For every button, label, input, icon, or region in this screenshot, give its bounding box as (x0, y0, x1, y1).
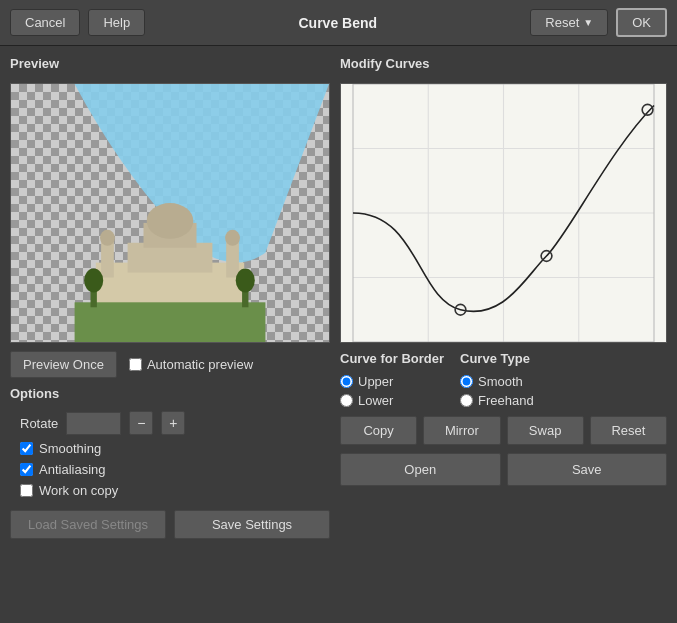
svg-rect-8 (75, 302, 266, 342)
smooth-label: Smooth (478, 374, 523, 389)
smoothing-row[interactable]: Smoothing (10, 441, 330, 456)
rotate-increment-button[interactable]: + (161, 411, 185, 435)
mirror-button[interactable]: Mirror (423, 416, 500, 445)
chevron-down-icon: ▼ (583, 17, 593, 28)
freehand-radio[interactable] (460, 394, 473, 407)
antialiasing-row[interactable]: Antialiasing (10, 462, 330, 477)
save-settings-button[interactable]: Save Settings (174, 510, 330, 539)
rotate-label: Rotate (20, 416, 58, 431)
rotate-row: Rotate 0.0 − + (10, 411, 330, 435)
svg-point-22 (642, 104, 653, 115)
svg-point-7 (225, 230, 240, 246)
left-panel: Preview (10, 56, 330, 613)
title-bar: Cancel Help Curve Bend Reset ▼ OK (0, 0, 677, 46)
upper-radio-row[interactable]: Upper (340, 374, 444, 389)
smoothing-label: Smoothing (39, 441, 101, 456)
curve-controls: Curve for Border Upper Lower Curve Type … (340, 351, 667, 408)
upper-label: Upper (358, 374, 393, 389)
curve-for-border-label: Curve for Border (340, 351, 444, 366)
automatic-preview-label[interactable]: Automatic preview (129, 357, 253, 372)
svg-point-3 (147, 203, 194, 239)
ok-button[interactable]: OK (616, 8, 667, 37)
work-on-copy-checkbox[interactable] (20, 484, 33, 497)
copy-button[interactable]: Copy (340, 416, 417, 445)
upper-radio[interactable] (340, 375, 353, 388)
smoothing-checkbox[interactable] (20, 442, 33, 455)
preview-svg (11, 84, 329, 342)
lower-label: Lower (358, 393, 393, 408)
work-on-copy-label: Work on copy (39, 483, 118, 498)
freehand-label: Freehand (478, 393, 534, 408)
curve-editor[interactable] (340, 83, 667, 343)
open-button[interactable]: Open (340, 453, 501, 486)
smooth-radio-row[interactable]: Smooth (460, 374, 534, 389)
svg-point-10 (84, 269, 103, 293)
window-title: Curve Bend (153, 15, 522, 31)
cancel-button[interactable]: Cancel (10, 9, 80, 36)
preview-once-button[interactable]: Preview Once (10, 351, 117, 378)
help-button[interactable]: Help (88, 9, 145, 36)
open-save-buttons: Open Save (340, 453, 667, 486)
load-saved-settings-button[interactable]: Load Saved Settings (10, 510, 166, 539)
modify-curves-label: Modify Curves (340, 56, 667, 71)
svg-point-6 (100, 230, 115, 246)
lower-radio[interactable] (340, 394, 353, 407)
curve-for-border-group: Curve for Border Upper Lower (340, 351, 444, 408)
rotate-input[interactable]: 0.0 (66, 412, 121, 435)
preview-section-label: Preview (10, 56, 330, 71)
main-content: Preview (0, 46, 677, 623)
options-label: Options (10, 386, 330, 401)
action-buttons: Copy Mirror Swap Reset (340, 416, 667, 445)
reset-curves-button[interactable]: Reset (590, 416, 667, 445)
freehand-radio-row[interactable]: Freehand (460, 393, 534, 408)
bottom-buttons: Load Saved Settings Save Settings (10, 506, 330, 539)
work-on-copy-row[interactable]: Work on copy (10, 483, 330, 498)
options-section: Options Rotate 0.0 − + Smoothing Antiali… (10, 386, 330, 498)
svg-point-12 (236, 269, 255, 293)
curve-type-label: Curve Type (460, 351, 534, 366)
automatic-preview-checkbox[interactable] (129, 358, 142, 371)
right-panel: Modify Curves (340, 56, 667, 613)
curve-type-group: Curve Type Smooth Freehand (460, 351, 534, 408)
antialiasing-label: Antialiasing (39, 462, 106, 477)
save-button[interactable]: Save (507, 453, 668, 486)
swap-button[interactable]: Swap (507, 416, 584, 445)
lower-radio-row[interactable]: Lower (340, 393, 444, 408)
preview-area (10, 83, 330, 343)
rotate-decrement-button[interactable]: − (129, 411, 153, 435)
smooth-radio[interactable] (460, 375, 473, 388)
reset-dropdown-button[interactable]: Reset ▼ (530, 9, 608, 36)
curve-editor-svg (341, 84, 666, 342)
preview-controls: Preview Once Automatic preview (10, 351, 330, 378)
antialiasing-checkbox[interactable] (20, 463, 33, 476)
